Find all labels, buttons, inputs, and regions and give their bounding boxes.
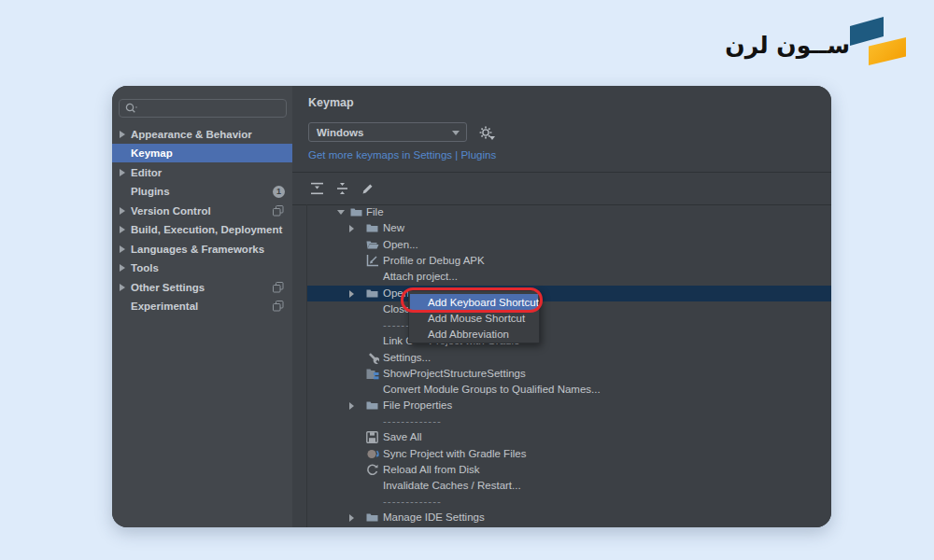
sidebar-item-label: Other Settings (131, 282, 205, 293)
chevron-right-icon[interactable] (120, 226, 125, 233)
tree-separator: ------------- (306, 413, 831, 429)
divider (292, 172, 831, 173)
tree-row-label: New (383, 222, 404, 233)
keymap-scheme-dropdown[interactable]: Windows (308, 122, 467, 142)
context-menu: Add Keyboard Shortcut Add Mouse Shortcut… (408, 290, 540, 343)
tree-row-new[interactable]: New (306, 220, 831, 236)
page-title: Keymap (308, 96, 354, 109)
chevron-right-icon[interactable] (349, 402, 354, 410)
open-folder-icon (366, 239, 379, 250)
sidebar-item-experimental[interactable]: Experimental (112, 297, 292, 315)
expand-all-button[interactable] (308, 180, 325, 197)
wrench-icon (366, 352, 379, 365)
collapse-all-button[interactable] (333, 180, 350, 197)
tree-row-link-cpp[interactable]: Link C++ Project with Gradle (306, 333, 831, 349)
chevron-down-icon[interactable] (337, 210, 345, 215)
sidebar-item-other-settings[interactable]: Other Settings (112, 278, 292, 297)
folder-icon (366, 511, 378, 523)
folder-icon (366, 287, 378, 299)
get-more-keymaps-link[interactable]: Get more keymaps in Settings | Plugins (308, 149, 496, 161)
chevron-right-icon[interactable] (349, 514, 354, 522)
chevron-right-icon[interactable] (120, 131, 125, 138)
project-structure-icon (366, 368, 379, 380)
tree-row-settings[interactable]: Settings... (306, 350, 831, 366)
tree-row-open[interactable]: Open... (306, 237, 831, 253)
tree-row-label: Convert Module Groups to Qualified Names… (383, 384, 601, 395)
sidebar-item-editor[interactable]: Editor (112, 163, 292, 182)
plugins-count-badge: 1 (273, 186, 285, 198)
sevenlearn-logo: ســون لرن (744, 13, 917, 78)
sidebar-item-label: Experimental (131, 301, 198, 312)
tree-row-gradle-sync[interactable]: Sync Project with Gradle Files (306, 446, 831, 462)
tree-row-close-project[interactable]: Close Project (306, 301, 831, 317)
tree-row-label: Reload All from Disk (383, 464, 480, 475)
tree-row-manage-ide-settings[interactable]: Manage IDE Settings (306, 510, 831, 525)
sidebar-item-label: Keymap (131, 147, 173, 159)
tree-row-file[interactable]: File (306, 204, 831, 220)
edit-shortcut-button[interactable] (359, 180, 375, 197)
folder-icon (366, 222, 378, 233)
page: ســون لرن Appearance & Behavior Keymap (0, 0, 934, 560)
chevron-right-icon[interactable] (120, 245, 125, 253)
search-icon (124, 102, 139, 115)
profile-chart-icon (366, 255, 378, 267)
scheme-value: Windows (317, 127, 363, 138)
logo-text: ســون لرن (725, 32, 850, 59)
sidebar-item-label: Editor (131, 167, 162, 178)
pencil-icon (361, 182, 375, 196)
sidebar-item-version-control[interactable]: Version Control (112, 202, 292, 220)
chevron-right-icon[interactable] (120, 284, 125, 291)
chevron-right-icon[interactable] (120, 207, 125, 215)
sidebar-item-label: Tools (131, 262, 159, 273)
menu-item-add-abbreviation[interactable]: Add Abbreviation (410, 326, 538, 342)
logo-yellow-parallelogram (869, 37, 906, 65)
chevron-down-icon (452, 131, 460, 135)
separator-dashes: ------------- (383, 415, 442, 427)
per-project-settings-icon (273, 205, 284, 218)
tree-row-label: Invalidate Caches / Restart... (383, 480, 521, 491)
tree-separator: ------------- (306, 494, 831, 510)
tree-separator: ------------- (306, 317, 831, 333)
tree-row-open-recent[interactable]: Open Recent (306, 286, 831, 301)
keymap-panel: Keymap Windows Get more keymaps in (292, 86, 831, 527)
tree-row-attach-project[interactable]: Attach project... (306, 269, 831, 285)
sidebar-item-label: Languages & Frameworks (131, 244, 264, 255)
per-project-settings-icon (273, 282, 284, 295)
gradle-sync-icon (366, 448, 379, 460)
menu-item-add-keyboard-shortcut[interactable]: Add Keyboard Shortcut (410, 294, 538, 310)
chevron-right-icon[interactable] (349, 225, 354, 232)
sidebar-item-label: Plugins (131, 186, 170, 197)
reload-icon (366, 464, 378, 476)
sidebar-item-appearance[interactable]: Appearance & Behavior (112, 125, 292, 144)
scheme-gear-button[interactable] (478, 125, 493, 144)
sidebar-item-plugins[interactable]: Plugins 1 (112, 182, 292, 201)
logo-blue-parallelogram (850, 17, 884, 46)
tree-row-file-properties[interactable]: File Properties (306, 398, 831, 413)
sidebar-item-label: Version Control (131, 205, 211, 217)
chevron-right-icon[interactable] (120, 264, 125, 272)
sidebar-item-build-execution[interactable]: Build, Execution, Deployment (112, 220, 292, 239)
sidebar-item-tools[interactable]: Tools (112, 259, 292, 277)
chevron-right-icon[interactable] (349, 290, 354, 298)
tree-row-save-all[interactable]: Save All (306, 429, 831, 445)
tree-row-reload-all[interactable]: Reload All from Disk (306, 462, 831, 478)
tree-row-label: Attach project... (383, 271, 458, 282)
settings-sidebar: Appearance & Behavior Keymap Editor Plug… (112, 86, 292, 527)
chevron-right-icon[interactable] (120, 169, 125, 176)
tree-row-show-project-structure[interactable]: ShowProjectStructureSettings (306, 366, 831, 382)
search-input[interactable] (119, 99, 287, 118)
sidebar-item-languages-frameworks[interactable]: Languages & Frameworks (112, 240, 292, 259)
chevron-down-icon (489, 136, 495, 140)
keymap-action-tree: File New Open... Profile or Debug APK (306, 204, 831, 527)
sidebar-item-label: Build, Execution, Deployment (131, 224, 282, 235)
menu-item-add-mouse-shortcut[interactable]: Add Mouse Shortcut (410, 310, 538, 326)
tree-row-profile-debug-apk[interactable]: Profile or Debug APK (306, 253, 831, 269)
sidebar-item-keymap[interactable]: Keymap (112, 144, 292, 162)
collapse-all-icon (336, 182, 348, 195)
tree-row-label: Settings... (383, 352, 431, 363)
settings-window: Appearance & Behavior Keymap Editor Plug… (112, 86, 831, 527)
tree-row-convert-module-groups[interactable]: Convert Module Groups to Qualified Names… (306, 382, 831, 398)
tree-row-invalidate-caches[interactable]: Invalidate Caches / Restart... (306, 478, 831, 494)
folder-icon (366, 399, 378, 411)
sidebar-item-label: Appearance & Behavior (131, 129, 252, 140)
